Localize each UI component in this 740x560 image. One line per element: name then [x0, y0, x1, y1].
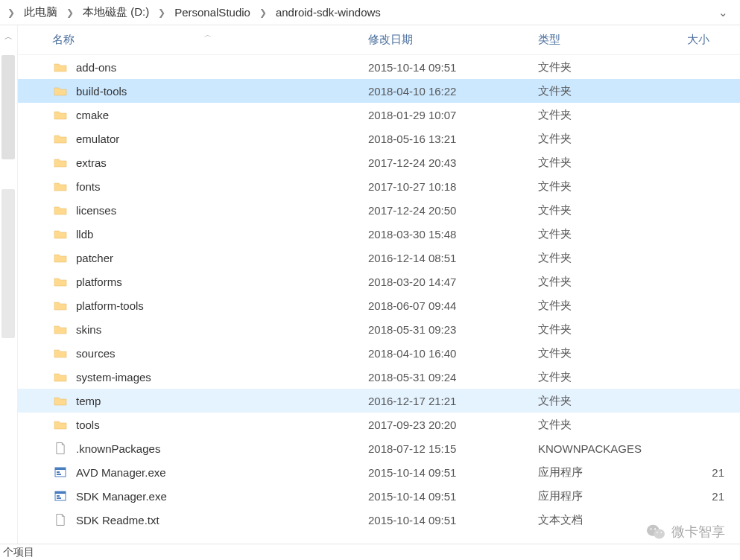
folder-icon	[52, 251, 69, 264]
table-row[interactable]: licenses2017-12-24 20:50文件夹	[18, 198, 740, 222]
chevron-right-icon: ❯	[255, 7, 271, 18]
file-name: platforms	[76, 276, 368, 288]
folder-icon	[52, 84, 69, 98]
folder-icon	[52, 299, 69, 312]
file-type: 应用程序	[538, 489, 687, 503]
folder-icon	[52, 346, 69, 360]
file-date: 2018-07-12 15:15	[368, 442, 538, 455]
main-area: ︿ ︿ 名称 修改日期 类型 大小 add-ons2015-10-14 09:5…	[0, 25, 740, 544]
exe-icon	[52, 465, 69, 479]
file-type: 文件夹	[538, 108, 687, 122]
folder-icon	[52, 179, 69, 193]
file-date: 2017-12-24 20:50	[368, 204, 538, 217]
table-row[interactable]: build-tools2018-04-10 16:22文件夹	[18, 79, 740, 103]
table-row[interactable]: SDK Readme.txt2015-10-14 09:51文本文档	[18, 508, 740, 532]
folder-icon	[52, 108, 69, 121]
folder-icon	[52, 370, 69, 384]
table-row[interactable]: fonts2017-10-27 10:18文件夹	[18, 174, 740, 198]
column-header-type[interactable]: 类型	[538, 33, 687, 47]
table-row[interactable]: AVD Manager.exe2015-10-14 09:51应用程序21	[18, 460, 740, 484]
file-date: 2018-01-29 10:07	[368, 109, 538, 121]
chevron-right-icon: ❯	[3, 7, 19, 18]
file-name: SDK Manager.exe	[76, 490, 368, 503]
folder-icon	[52, 275, 69, 288]
file-type: 文件夹	[538, 227, 687, 241]
breadcrumb-item[interactable]: android-sdk-windows	[273, 4, 384, 20]
file-name: SDK Readme.txt	[76, 514, 368, 526]
file-date: 2016-12-14 08:51	[368, 252, 538, 264]
file-type: 文件夹	[538, 346, 687, 360]
file-date: 2018-03-30 15:48	[368, 228, 538, 241]
column-headers: ︿ 名称 修改日期 类型 大小	[18, 25, 740, 55]
folder-icon	[52, 203, 69, 217]
file-type: 文件夹	[538, 251, 687, 265]
table-row[interactable]: sources2018-04-10 16:40文件夹	[18, 341, 740, 365]
file-name: extras	[76, 156, 368, 169]
file-date: 2017-12-24 20:43	[368, 156, 538, 169]
breadcrumb-item[interactable]: 本地磁盘 (D:)	[80, 4, 152, 21]
file-type: 文件夹	[538, 60, 687, 74]
table-row[interactable]: system-images2018-05-31 09:24文件夹	[18, 365, 740, 389]
file-name: lldb	[76, 228, 368, 241]
table-row[interactable]: .knownPackages2018-07-12 15:15KNOWNPACKA…	[18, 436, 740, 460]
chevron-right-icon: ❯	[154, 7, 170, 18]
table-row[interactable]: extras2017-12-24 20:43文件夹	[18, 150, 740, 174]
column-header-size[interactable]: 大小	[687, 33, 732, 47]
file-type: 文件夹	[538, 418, 687, 432]
table-row[interactable]: tools2017-09-23 20:20文件夹	[18, 413, 740, 436]
scrollbar-thumb[interactable]	[1, 189, 15, 338]
file-name: emulator	[76, 133, 368, 145]
file-name: AVD Manager.exe	[76, 466, 368, 479]
table-row[interactable]: platform-tools2018-06-07 09:44文件夹	[18, 293, 740, 317]
file-date: 2017-10-27 10:18	[368, 180, 538, 193]
file-name: fonts	[76, 180, 368, 193]
folder-icon	[52, 227, 69, 241]
file-type: 文件夹	[538, 156, 687, 170]
table-row[interactable]: add-ons2015-10-14 09:51文件夹	[18, 55, 740, 79]
breadcrumb[interactable]: ❯ 此电脑 ❯ 本地磁盘 (D:) ❯ PersonalStudio ❯ and…	[0, 0, 740, 25]
folder-icon	[52, 418, 69, 431]
table-row[interactable]: temp2016-12-17 21:21文件夹	[18, 389, 740, 413]
chevron-down-icon[interactable]: ⌄	[709, 6, 737, 19]
file-name: add-ons	[76, 61, 368, 74]
file-icon	[52, 442, 69, 455]
file-name: cmake	[76, 109, 368, 121]
chevron-right-icon: ❯	[62, 7, 78, 18]
breadcrumb-item[interactable]: 此电脑	[21, 4, 60, 21]
file-name: platform-tools	[76, 299, 368, 312]
table-row[interactable]: patcher2016-12-14 08:51文件夹	[18, 246, 740, 270]
file-size: 21	[687, 466, 724, 479]
scrollbar-thumb[interactable]	[1, 55, 15, 159]
exe-icon	[52, 489, 69, 503]
file-rows: add-ons2015-10-14 09:51文件夹build-tools201…	[18, 55, 740, 532]
table-row[interactable]: skins2018-05-31 09:23文件夹	[18, 317, 740, 341]
file-date: 2018-04-10 16:40	[368, 347, 538, 360]
folder-icon	[52, 156, 69, 169]
table-row[interactable]: emulator2018-05-16 13:21文件夹	[18, 127, 740, 150]
up-arrow-icon[interactable]: ︿	[4, 31, 13, 42]
table-row[interactable]: cmake2018-01-29 10:07文件夹	[18, 103, 740, 127]
table-row[interactable]: lldb2018-03-30 15:48文件夹	[18, 222, 740, 246]
file-date: 2018-06-07 09:44	[368, 299, 538, 312]
sort-indicator-icon: ︿	[204, 30, 212, 40]
file-type: 文件夹	[538, 299, 687, 313]
file-list: ︿ 名称 修改日期 类型 大小 add-ons2015-10-14 09:51文…	[18, 25, 740, 544]
file-date: 2018-05-31 09:24	[368, 371, 538, 384]
file-date: 2018-03-20 14:47	[368, 276, 538, 288]
table-row[interactable]: platforms2018-03-20 14:47文件夹	[18, 270, 740, 293]
file-type: 文本文档	[538, 513, 687, 527]
status-text: 个项目	[3, 546, 34, 559]
file-date: 2017-09-23 20:20	[368, 419, 538, 431]
file-date: 2018-04-10 16:22	[368, 85, 538, 98]
file-type: 文件夹	[538, 179, 687, 194]
breadcrumb-item[interactable]: PersonalStudio	[171, 4, 253, 20]
file-date: 2015-10-14 09:51	[368, 490, 538, 503]
table-row[interactable]: SDK Manager.exe2015-10-14 09:51应用程序21	[18, 484, 740, 508]
file-name: licenses	[76, 204, 368, 217]
file-date: 2018-05-31 09:23	[368, 323, 538, 336]
file-date: 2015-10-14 09:51	[368, 61, 538, 74]
file-name: system-images	[76, 371, 368, 384]
file-name: sources	[76, 347, 368, 360]
column-header-date[interactable]: 修改日期	[368, 33, 538, 47]
file-date: 2015-10-14 09:51	[368, 466, 538, 479]
